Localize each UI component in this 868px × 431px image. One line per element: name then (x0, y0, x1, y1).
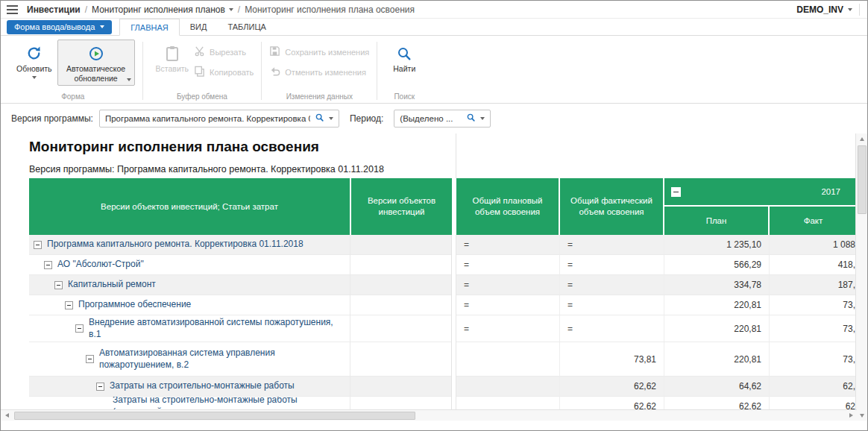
cell-plan-total[interactable]: = (456, 295, 560, 315)
cell-fact-2017[interactable]: 62, (770, 377, 857, 397)
cell-fact-total[interactable]: 62,62 (560, 397, 664, 409)
chevron-down-icon[interactable] (480, 117, 485, 120)
find-button[interactable]: Найти (385, 40, 424, 76)
cell-fact-total[interactable]: = (560, 255, 664, 275)
data-grid: Версии объектов инвестиций; Статьи затра… (29, 178, 857, 409)
row-expander-icon[interactable] (54, 281, 63, 289)
row-expander-icon[interactable] (96, 383, 104, 391)
cell-fact-2017[interactable]: 62 (770, 397, 857, 409)
scroll-down-icon[interactable] (856, 410, 868, 421)
chevron-down-icon[interactable] (229, 8, 233, 11)
cell-version[interactable] (350, 397, 451, 409)
cell-version[interactable] (350, 255, 451, 275)
header-plan-total-column: Общий плановый объем освоения (456, 178, 560, 235)
pane-splitter[interactable] (456, 133, 456, 178)
cell-version[interactable] (350, 275, 451, 295)
row-expander-icon[interactable] (65, 301, 73, 309)
period-combobox[interactable]: (Выделено ... (394, 110, 491, 128)
vertical-scroll-thumb[interactable] (858, 145, 867, 214)
cell-plan-2017[interactable]: 64,62 (664, 377, 770, 397)
cell-plan-2017[interactable]: 566,29 (664, 255, 770, 275)
row-label[interactable]: Капитальный ремонт (68, 279, 156, 291)
refresh-icon (25, 43, 43, 63)
cell-fact-2017[interactable]: 73, (770, 295, 857, 315)
cell-plan-2017[interactable]: 1 235,10 (664, 235, 770, 255)
chevron-down-icon (127, 78, 131, 81)
row-label[interactable]: Затраты на строительно-монтажные работы … (113, 397, 344, 409)
cell-plan-2017[interactable]: 220,81 (664, 342, 770, 377)
tab-bar: Форма ввода/вывода ГЛАВНАЯ ВИД ТАБЛИЦА (1, 19, 867, 36)
vertical-scrollbar[interactable] (855, 133, 867, 421)
tab-main[interactable]: ГЛАВНАЯ (119, 19, 179, 36)
cell-plan-2017[interactable]: 220,81 (664, 295, 770, 315)
cell-plan-2017[interactable]: 220,81 (664, 315, 770, 342)
search-icon[interactable] (466, 112, 476, 125)
cell-plan-2017[interactable]: 62,62 (664, 397, 770, 409)
row-expander-icon[interactable] (44, 261, 52, 269)
search-icon[interactable] (315, 112, 324, 125)
row-expander-icon[interactable] (34, 241, 42, 249)
row-expander-icon[interactable] (86, 355, 94, 363)
scroll-right-icon[interactable] (845, 410, 857, 421)
cell-version[interactable] (350, 235, 451, 255)
user-menu[interactable]: DEMO_INV (796, 4, 852, 15)
cell-plan-total[interactable]: = (456, 235, 560, 255)
cell-plan-total[interactable]: = (456, 315, 560, 342)
cell-fact-total[interactable]: 73,81 (560, 342, 664, 377)
cell-fact-2017[interactable]: 1 088 (770, 235, 857, 255)
row-label[interactable]: Внедрение автоматизированной системы пож… (89, 317, 344, 340)
row-label[interactable]: Затраты на строительно-монтажные работы (110, 380, 295, 392)
cell-version[interactable] (350, 377, 451, 397)
cell-fact-2017[interactable]: 418, (770, 255, 857, 275)
chevron-down-icon[interactable] (329, 117, 333, 120)
scroll-up-icon[interactable] (856, 133, 868, 144)
row-label[interactable]: Автоматизированная система управления по… (99, 347, 344, 371)
ribbon-tabs: ГЛАВНАЯ ВИД ТАБЛИЦА (119, 19, 277, 35)
tab-table[interactable]: ТАБЛИЦА (217, 19, 277, 35)
scroll-left-icon[interactable] (1, 410, 13, 421)
copy-button[interactable]: Копировать (194, 66, 254, 78)
chevron-down-icon (100, 25, 104, 28)
auto-refresh-button[interactable]: Автоматическое обновление (57, 40, 135, 86)
cell-plan-total[interactable] (456, 397, 560, 409)
horizontal-scroll-thumb[interactable] (14, 412, 415, 420)
user-name: DEMO_INV (796, 4, 843, 15)
refresh-button[interactable]: Обновить (11, 40, 57, 81)
cell-fact-2017[interactable]: 73, (770, 342, 857, 377)
cell-plan-2017[interactable]: 334,78 (664, 275, 770, 295)
cell-version[interactable] (350, 315, 451, 342)
cell-fact-total[interactable]: = (560, 235, 664, 255)
undo-changes-button[interactable]: Отменить изменения (269, 66, 369, 78)
horizontal-scrollbar[interactable] (1, 409, 857, 421)
program-version-combobox[interactable]: Программа капитального ремонта. Корректи… (99, 110, 339, 128)
save-changes-button[interactable]: Сохранить изменения (269, 45, 369, 58)
cell-plan-total[interactable] (456, 377, 560, 397)
cell-fact-total[interactable]: 62,62 (560, 377, 664, 397)
hamburger-icon[interactable] (7, 5, 18, 14)
copy-button-label: Копировать (210, 68, 254, 77)
cell-fact-2017[interactable]: 187, (770, 275, 857, 295)
cell-version[interactable] (350, 295, 451, 315)
cell-fact-total[interactable]: = (560, 315, 664, 342)
tab-view[interactable]: ВИД (180, 19, 218, 35)
auto-refresh-icon (87, 43, 105, 63)
breadcrumb-item-monitoring-plans[interactable]: Мониторинг исполнения планов (92, 4, 225, 15)
cell-fact-total[interactable]: = (560, 295, 664, 315)
table-row: Автоматизированная система управления по… (29, 342, 857, 377)
table-row: Внедрение автоматизированной системы пож… (29, 315, 857, 342)
cell-plan-total[interactable]: = (456, 255, 560, 275)
cell-version[interactable] (350, 342, 451, 377)
cell-plan-total[interactable] (456, 342, 560, 377)
cell-plan-total[interactable]: = (456, 275, 560, 295)
cell-fact-2017[interactable]: 73, (770, 315, 857, 342)
cell-fact-total[interactable]: = (560, 275, 664, 295)
breadcrumb-item-investments[interactable]: Инвестиции (27, 4, 81, 15)
row-expander-icon[interactable] (75, 324, 84, 333)
row-label[interactable]: АО "Абсолют-Строй" (57, 259, 144, 271)
row-label[interactable]: Программное обеспечение (78, 299, 191, 311)
cut-button[interactable]: Вырезать (194, 45, 254, 58)
collapse-year-icon[interactable] (671, 187, 681, 197)
io-form-button[interactable]: Форма ввода/вывода (7, 20, 112, 34)
paste-button[interactable]: Вставить (151, 40, 195, 76)
row-label[interactable]: Программа капитального ремонта. Корректи… (47, 239, 304, 251)
